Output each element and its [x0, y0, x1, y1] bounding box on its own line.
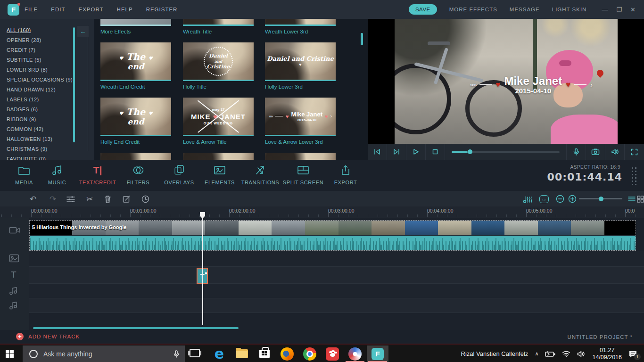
- effect-card-wreath-title[interactable]: Wreath Title: [183, 19, 254, 34]
- menu-register[interactable]: REGISTER: [146, 7, 178, 12]
- taskbar-chrome[interactable]: [299, 346, 321, 362]
- timeline-ruler[interactable]: 00:00:00:00 00:01:00:00 00:02:00:00 00:0…: [0, 206, 644, 218]
- sidebar-item-favourite[interactable]: FAVOURITE (0): [7, 156, 46, 160]
- text-track-icon[interactable]: T: [11, 270, 17, 280]
- battery-icon[interactable]: [545, 351, 555, 357]
- effect-card-partial[interactable]: [183, 153, 254, 160]
- tab-transitions[interactable]: TRANSITIONS: [238, 164, 283, 185]
- effect-card-love-arrow-lower-3rd[interactable]: »» ♥ Mike Janet 2015-04-10 ♥ › Love & Ar…: [265, 98, 336, 145]
- grid-view-icon[interactable]: [635, 193, 644, 205]
- effect-card-wreath-lower-3rd[interactable]: Wreath Lower 3rd: [265, 19, 336, 34]
- tray-chevron-icon[interactable]: ∧: [535, 351, 538, 357]
- zoom-out-icon[interactable]: [554, 193, 566, 205]
- record-voiceover-button[interactable]: [567, 144, 586, 160]
- volume-icon[interactable]: [577, 351, 586, 357]
- tab-filters[interactable]: FILTERS: [116, 164, 161, 185]
- taskbar-clock[interactable]: 01.27 14/09/2016: [592, 347, 622, 361]
- sidebar-item-special-occasions[interactable]: SPECIAL OCCASIONS (9): [7, 77, 73, 82]
- image-track-icon[interactable]: [9, 254, 19, 263]
- sidebar-item-all[interactable]: ALL (160): [7, 27, 31, 33]
- timeline-zoom-slider[interactable]: [579, 198, 622, 199]
- tab-overlays[interactable]: OVERLAYS: [157, 164, 202, 185]
- task-view-button[interactable]: [190, 349, 200, 357]
- sidebar-item-credit[interactable]: CREDIT (7): [7, 47, 35, 53]
- taskbar-browser-swirl[interactable]: [344, 346, 366, 362]
- start-button[interactable]: [6, 350, 14, 358]
- redo-icon[interactable]: ↷: [47, 193, 58, 205]
- undo-icon[interactable]: ↶: [27, 193, 39, 205]
- audio-mixer-icon[interactable]: [522, 193, 534, 205]
- seek-knob[interactable]: [468, 149, 472, 154]
- effect-card-holly-title[interactable]: Daniel and Cristine Holly Title: [183, 42, 254, 90]
- menu-file[interactable]: FILE: [25, 7, 38, 12]
- taskbar-firefox[interactable]: [276, 346, 298, 362]
- minimize-icon[interactable]: —: [602, 6, 608, 13]
- effect-card-wreath-end-credit[interactable]: ♥ The ♥ end Wreath End Credit: [100, 42, 171, 90]
- tab-text-credit[interactable]: T| TEXT/CREDIT: [75, 164, 120, 185]
- preview-video[interactable]: »»» ♥ Mike Janet 2015-04-10 ♥ ›: [395, 19, 618, 144]
- effect-card-holly-end-credit[interactable]: ♥ The ♥ end Holly End Credit: [100, 98, 171, 145]
- jump-to-start-button[interactable]: [368, 144, 387, 160]
- snapshot-button[interactable]: [586, 144, 605, 160]
- fullscreen-button[interactable]: [625, 144, 644, 160]
- taskbar-filmora[interactable]: F: [367, 346, 388, 362]
- cortana-search[interactable]: [23, 346, 185, 362]
- sidebar-item-ribbon[interactable]: RIBBON (9): [7, 116, 36, 122]
- tab-export[interactable]: EXPORT: [323, 164, 368, 185]
- music-track-icon[interactable]: [9, 301, 18, 310]
- effect-card-love-arrow-title[interactable]: may 17 MIKE ♥ JANET OUR WEDDING Love & A…: [183, 98, 254, 145]
- panel-resize-grip[interactable]: [631, 166, 637, 185]
- save-button[interactable]: SAVE: [409, 4, 437, 15]
- music-track-icon[interactable]: [9, 287, 18, 295]
- tab-split-screen[interactable]: SPLIT SCREEN: [281, 164, 326, 185]
- play-button[interactable]: [406, 144, 426, 160]
- grid-scrollbar[interactable]: [361, 33, 363, 45]
- tab-music[interactable]: MUSIC: [34, 164, 80, 185]
- close-icon[interactable]: ✕: [630, 6, 636, 13]
- stop-button[interactable]: [426, 144, 445, 160]
- effect-card-more-effects[interactable]: More Effects: [100, 19, 171, 34]
- menu-export[interactable]: EXPORT: [79, 7, 104, 12]
- collapse-sidebar-button[interactable]: ←: [77, 26, 89, 37]
- timeline-horizontal-scrollbar[interactable]: [33, 327, 239, 329]
- taskbar-store[interactable]: [254, 346, 275, 362]
- effect-card-holly-lower-3rd[interactable]: Daniel and Cristine ♥ Holly Lower 3rd: [265, 42, 336, 90]
- jump-to-end-button[interactable]: [387, 144, 406, 160]
- add-new-track-button[interactable]: + ADD NEW TRACK: [16, 333, 80, 340]
- sidebar-item-lower3rd[interactable]: LOWER 3RD (8): [7, 67, 48, 73]
- delete-icon[interactable]: [102, 193, 113, 205]
- sidebar-item-subtitle[interactable]: SUBTITLE (5): [7, 57, 41, 63]
- tab-elements[interactable]: ELEMENTS: [197, 164, 242, 185]
- effect-card-partial[interactable]: [265, 153, 336, 160]
- search-input[interactable]: [43, 350, 173, 358]
- effect-card-partial[interactable]: [100, 153, 171, 160]
- video-clip[interactable]: 5 Hilarious Things Invented by Google: [30, 221, 636, 250]
- taskbar-file-explorer[interactable]: [231, 346, 253, 362]
- adjust-icon[interactable]: [65, 193, 76, 205]
- volume-button[interactable]: [605, 144, 625, 160]
- menu-help[interactable]: HELP: [117, 7, 133, 12]
- sidebar-item-opener[interactable]: OPENER (28): [7, 37, 41, 43]
- menu-edit[interactable]: EDIT: [51, 7, 65, 12]
- edit-icon[interactable]: [121, 193, 132, 205]
- taskbar-gom-player[interactable]: [322, 346, 343, 362]
- sidebar-item-christmas[interactable]: CHRISTMAS (9): [7, 146, 47, 152]
- restore-icon[interactable]: ❐: [616, 6, 622, 13]
- more-effects-button[interactable]: MORE EFFECTS: [449, 7, 497, 12]
- video-track-icon[interactable]: [9, 226, 20, 234]
- zoom-to-fit-icon[interactable]: ↔: [538, 193, 550, 205]
- playhead-line[interactable]: [202, 212, 203, 325]
- timeline-zoom-knob[interactable]: [599, 197, 603, 201]
- notification-icon[interactable]: 1: [628, 350, 637, 358]
- zoom-in-icon[interactable]: [567, 193, 578, 205]
- scissors-icon[interactable]: ✂: [84, 193, 95, 205]
- sidebar-scrollbar[interactable]: [73, 27, 75, 142]
- seek-bar[interactable]: [452, 151, 560, 153]
- sidebar-item-hand-drawn[interactable]: HAND DRAWN (12): [7, 87, 56, 92]
- sidebar-item-halloween[interactable]: HALLOWEEN (13): [7, 136, 52, 142]
- message-button[interactable]: MESSAGE: [510, 7, 540, 12]
- tray-user-name[interactable]: Rizal Vanstien Callenfelz: [461, 350, 528, 357]
- taskbar-edge[interactable]: e: [208, 346, 230, 362]
- duration-icon[interactable]: [140, 193, 151, 205]
- sidebar-item-labels[interactable]: LABELS (12): [7, 97, 39, 102]
